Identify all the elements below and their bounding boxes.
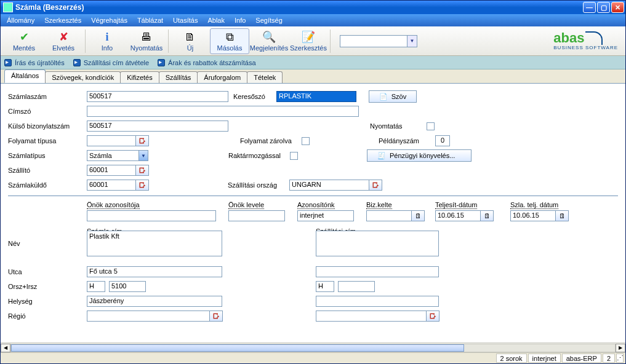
tab-tetelek[interactable]: Tételek — [247, 71, 283, 84]
peldanyszam-input[interactable]: 0 — [435, 135, 450, 146]
form-panel: Számlaszám 500517 Keresőszó RPLASTIK 📄 S… — [1, 83, 625, 352]
toolbar-elvetes[interactable]: ✘ Elvetés — [44, 28, 83, 54]
tab-aruforgalom[interactable]: Áruforgalom — [197, 71, 247, 84]
onazon-input[interactable] — [87, 210, 216, 221]
szall-regio-input[interactable] — [316, 311, 427, 322]
maximize-button[interactable]: ▢ — [597, 2, 610, 13]
toolbar-elvetes-label: Elvetés — [52, 44, 74, 52]
nyomtatas-checkbox[interactable] — [427, 122, 435, 130]
quick-arak[interactable]: Árak és rabattok átszámítása — [158, 59, 255, 66]
tab-altalanos[interactable]: Általános — [4, 69, 46, 83]
menu-szerkesztes[interactable]: Szerkesztés — [39, 15, 86, 25]
app-icon — [3, 2, 13, 12]
nev-input[interactable]: Plastik Kft — [87, 231, 222, 256]
menu-tablazat[interactable]: Táblázat — [132, 15, 168, 25]
teljdatum-input[interactable]: 10.06.15 — [435, 210, 481, 221]
horizontal-scrollbar[interactable]: ◀ ▶ — [1, 342, 625, 352]
szallorszag-lookup[interactable] — [369, 180, 382, 191]
szall-nev-input[interactable] — [316, 231, 439, 256]
szamlaszam-input[interactable]: 500517 — [87, 91, 228, 102]
szallito-input[interactable]: 60001 — [87, 165, 136, 176]
teljdatum-datepicker[interactable]: 🗓 — [480, 210, 494, 221]
status-num: 2 — [603, 354, 615, 363]
kulsobiz-input[interactable]: 500517 — [87, 121, 228, 132]
szamlakuldo-input[interactable]: 60001 — [87, 180, 136, 191]
regio-label: Régió — [8, 312, 87, 320]
close-button[interactable]: ✕ — [611, 2, 624, 13]
toolbar-info-label: Info — [102, 44, 113, 52]
toolbar: ✔ Mentés ✘ Elvetés i Info 🖶 Nyomtatás 🗎 … — [1, 26, 625, 56]
nyomtatas-label: Nyomtatás — [370, 122, 427, 130]
menu-allomany[interactable]: Állomány — [2, 15, 39, 25]
folyamattip-lookup[interactable] — [135, 135, 149, 146]
bizkelte-datepicker[interactable]: 🗓 — [411, 210, 425, 221]
szov-button-label: Szöv — [391, 93, 406, 100]
edit-icon: 📝 — [302, 30, 315, 44]
szall-orszag-input[interactable]: H — [316, 281, 334, 292]
szov-button[interactable]: 📄 Szöv — [369, 90, 417, 103]
menu-info[interactable]: Info — [230, 15, 251, 25]
keresoszo-input[interactable]: RPLASTIK — [276, 91, 356, 102]
helyseg-label: Helység — [8, 298, 87, 305]
szamlakuldo-lookup[interactable] — [135, 180, 149, 191]
toolbar-mentes[interactable]: ✔ Mentés — [4, 28, 44, 54]
raktarmozg-checkbox[interactable] — [290, 152, 298, 160]
scroll-right-button[interactable]: ▶ — [616, 344, 625, 352]
folyamatzar-checkbox[interactable] — [302, 137, 310, 145]
onazon-label: Önök azonosítója — [87, 201, 140, 209]
ledger-icon: 🧾 — [377, 152, 386, 160]
brand-name: abas — [553, 33, 584, 44]
szlatelj-datepicker[interactable]: 🗓 — [555, 210, 569, 221]
regio-input[interactable] — [87, 311, 210, 322]
toolbar-szerkesztes[interactable]: 📝 Szerkesztés — [289, 28, 328, 54]
minimize-button[interactable]: — — [583, 2, 596, 13]
toolbar-nyomtatas[interactable]: 🖶 Nyomtatás — [127, 28, 166, 54]
cimszo-input[interactable] — [87, 106, 359, 117]
toolbar-search-dropdown[interactable]: ▼ — [407, 35, 417, 47]
tab-szovegek[interactable]: Szövegek, kondíciók — [45, 71, 121, 84]
tab-szallitas[interactable]: Szállítás — [159, 71, 198, 84]
quick-szallitasi[interactable]: Szállítási cím átvétele — [73, 59, 149, 66]
toolbar-uj[interactable]: 🗎 Új — [171, 28, 210, 54]
titlebar: Számla (Beszerzés) — ▢ ✕ — [1, 1, 625, 14]
szall-helyseg-input[interactable] — [316, 296, 439, 307]
calendar-icon: 🗓 — [484, 212, 491, 220]
penzugyi-button[interactable]: 🧾 Pénzügyi könyvelés... — [367, 149, 472, 162]
play-icon — [73, 59, 81, 66]
scroll-thumb[interactable] — [11, 344, 464, 352]
quick-iras[interactable]: Írás és újratöltés — [4, 59, 65, 66]
tab-kifizetes[interactable]: Kifizetés — [120, 71, 159, 84]
keresoszo-label: Keresőszó — [233, 93, 276, 100]
toolbar-info[interactable]: i Info — [87, 28, 127, 54]
quick-szall-label: Szállítási cím átvétele — [84, 59, 149, 66]
azonositonk-input[interactable]: interjnet — [297, 210, 354, 221]
menu-segitseg[interactable]: Segítség — [251, 15, 287, 25]
szamlatipus-combo[interactable]: Számla ▼ — [87, 150, 148, 161]
szallorszag-input[interactable]: UNGARN — [289, 180, 369, 191]
menu-ablak[interactable]: Ablak — [203, 15, 230, 25]
bizkelte-input[interactable] — [366, 210, 412, 221]
toolbar-search-input[interactable] — [340, 35, 407, 47]
toolbar-masolas[interactable]: ⧉ Másolás — [210, 28, 249, 54]
window-title: Számla (Beszerzés) — [15, 3, 583, 12]
szallito-lookup[interactable] — [135, 165, 149, 176]
toolbar-masolas-label: Másolás — [217, 44, 243, 52]
irsz-input[interactable]: 5100 — [109, 281, 146, 292]
szall-utca-input[interactable] — [316, 266, 439, 277]
toolbar-megjelenites[interactable]: 🔍 Megjelenítés — [249, 28, 289, 54]
utca-input[interactable]: Fő utca 5 — [87, 266, 222, 277]
menu-vegrehajtas[interactable]: Végrehajtás — [86, 15, 132, 25]
folyamattip-input[interactable] — [87, 135, 136, 146]
scroll-left-button[interactable]: ◀ — [1, 344, 10, 352]
szall-regio-lookup[interactable] — [426, 311, 439, 322]
onlevele-input[interactable] — [228, 210, 285, 221]
szall-irsz-input[interactable] — [338, 281, 375, 292]
helyseg-input[interactable]: Jászberény — [87, 296, 222, 307]
info-icon: i — [100, 30, 114, 44]
regio-lookup[interactable] — [209, 311, 223, 322]
orszag-input[interactable]: H — [87, 281, 105, 292]
szlatelj-input[interactable]: 10.06.15 — [510, 210, 556, 221]
menu-utasitas[interactable]: Utasítás — [168, 15, 203, 25]
status-user: interjnet — [528, 354, 561, 363]
scroll-track[interactable] — [10, 344, 616, 352]
